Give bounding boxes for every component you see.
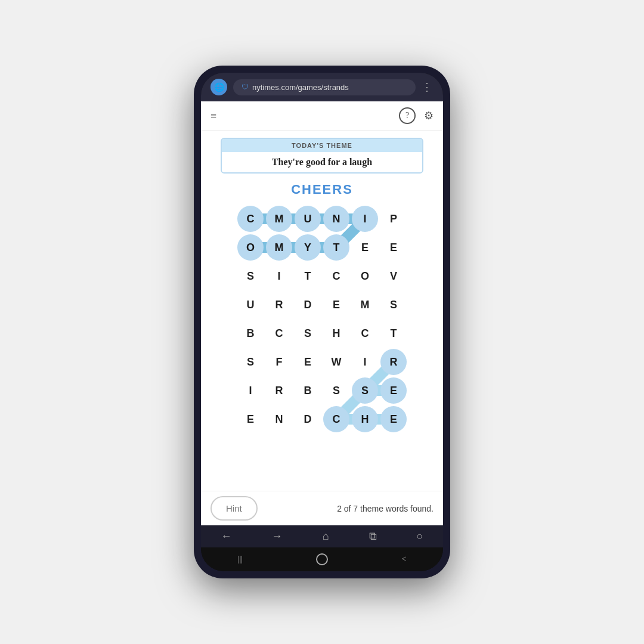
tabs-button[interactable]: ⧉ <box>369 530 377 543</box>
cell-3-1[interactable]: R <box>266 292 292 318</box>
letter-grid: C M U N I P O M Y T E E S <box>237 206 407 432</box>
browser-menu-icon[interactable]: ⋮ <box>422 80 434 94</box>
recent-apps-button[interactable]: ||| <box>238 555 243 564</box>
cell-0-0[interactable]: C <box>237 206 264 232</box>
forward-button[interactable]: → <box>272 530 283 543</box>
cell-2-5[interactable]: V <box>380 263 407 289</box>
cell-3-4[interactable]: M <box>352 292 378 318</box>
cell-1-5[interactable]: E <box>380 234 407 261</box>
cell-7-4[interactable]: H <box>352 406 378 432</box>
cell-4-1[interactable]: C <box>266 320 292 346</box>
cell-5-3[interactable]: W <box>323 349 349 375</box>
hint-button[interactable]: Hint <box>210 496 258 521</box>
cell-4-5[interactable]: T <box>380 320 407 346</box>
cell-1-0[interactable]: O <box>237 234 264 261</box>
game-toolbar: ≡ ? ⚙ <box>201 101 443 131</box>
spangram-word: CHEERS <box>291 182 353 197</box>
hint-bar: Hint 2 of 7 theme words found. <box>201 491 443 525</box>
browser-globe-icon: 🌐 <box>210 79 227 95</box>
cell-1-1[interactable]: M <box>266 234 292 261</box>
phone-screen: 🌐 🛡 nytimes.com/games/strands ⋮ ≡ ? ⚙ <box>201 73 443 571</box>
cell-4-4[interactable]: C <box>352 320 378 346</box>
game-content: TODAY'S THEME They're good for a laugh C… <box>201 131 443 491</box>
home-button[interactable]: ⌂ <box>323 530 329 543</box>
cell-2-1[interactable]: I <box>266 263 292 289</box>
shield-icon: 🛡 <box>242 83 249 92</box>
cell-4-2[interactable]: S <box>295 320 321 346</box>
cell-7-3[interactable]: C <box>323 406 349 432</box>
cell-2-0[interactable]: S <box>237 263 264 289</box>
cell-1-3[interactable]: T <box>323 234 349 261</box>
cell-2-2[interactable]: T <box>295 263 321 289</box>
system-back-button[interactable]: < <box>401 555 406 564</box>
cell-6-3[interactable]: S <box>323 377 349 404</box>
cell-3-5[interactable]: S <box>380 292 407 318</box>
cell-5-0[interactable]: S <box>237 349 264 375</box>
system-nav-bar: ||| < <box>201 547 443 571</box>
cell-7-1[interactable]: N <box>266 406 292 432</box>
game-area: ≡ ? ⚙ TODAY'S THEME They're good for a l… <box>201 101 443 525</box>
cell-1-2[interactable]: Y <box>295 234 321 261</box>
cell-4-3[interactable]: H <box>323 320 349 346</box>
cell-3-3[interactable]: E <box>323 292 349 318</box>
cell-5-2[interactable]: E <box>295 349 321 375</box>
toolbar-icons: ? ⚙ <box>399 107 434 124</box>
cell-6-1[interactable]: R <box>266 377 292 404</box>
cell-5-1[interactable]: F <box>266 349 292 375</box>
cell-3-2[interactable]: D <box>295 292 321 318</box>
cell-0-5[interactable]: P <box>380 206 407 232</box>
cell-7-2[interactable]: D <box>295 406 321 432</box>
cell-6-2[interactable]: B <box>295 377 321 404</box>
url-bar[interactable]: 🛡 nytimes.com/games/strands <box>233 79 416 95</box>
menu-icon[interactable]: ≡ <box>210 110 216 122</box>
cell-6-0[interactable]: I <box>237 377 264 404</box>
help-button[interactable]: ? <box>399 107 416 124</box>
cell-4-0[interactable]: B <box>237 320 264 346</box>
settings-icon[interactable]: ⚙ <box>424 109 434 122</box>
theme-box: TODAY'S THEME They're good for a laugh <box>221 138 423 174</box>
cell-7-5[interactable]: E <box>380 406 407 432</box>
theme-label: TODAY'S THEME <box>222 139 422 152</box>
browser-bar: 🌐 🛡 nytimes.com/games/strands ⋮ <box>201 73 443 101</box>
back-button[interactable]: ← <box>221 530 232 543</box>
system-home-button[interactable] <box>316 553 328 565</box>
cell-2-3[interactable]: C <box>323 263 349 289</box>
phone-nav-bar: ← → ⌂ ⧉ ○ <box>201 525 443 547</box>
cell-6-4[interactable]: S <box>352 377 378 404</box>
cell-5-4[interactable]: I <box>352 349 378 375</box>
profile-button[interactable]: ○ <box>417 530 423 543</box>
cell-2-4[interactable]: O <box>352 263 378 289</box>
cell-7-0[interactable]: E <box>237 406 264 432</box>
cell-3-0[interactable]: U <box>237 292 264 318</box>
phone-frame: 🌐 🛡 nytimes.com/games/strands ⋮ ≡ ? ⚙ <box>194 66 450 578</box>
cell-5-5[interactable]: R <box>380 349 407 375</box>
cell-0-2[interactable]: U <box>295 206 321 232</box>
cell-0-3[interactable]: N <box>323 206 349 232</box>
cell-0-1[interactable]: M <box>266 206 292 232</box>
url-text: nytimes.com/games/strands <box>252 83 349 92</box>
theme-value: They're good for a laugh <box>222 152 422 172</box>
cell-0-4[interactable]: I <box>352 206 378 232</box>
cell-1-4[interactable]: E <box>352 234 378 261</box>
cell-6-5[interactable]: E <box>380 377 407 404</box>
progress-text: 2 of 7 theme words found. <box>337 504 434 513</box>
grid-wrapper: C M U N I P O M Y T E E S <box>237 206 407 441</box>
